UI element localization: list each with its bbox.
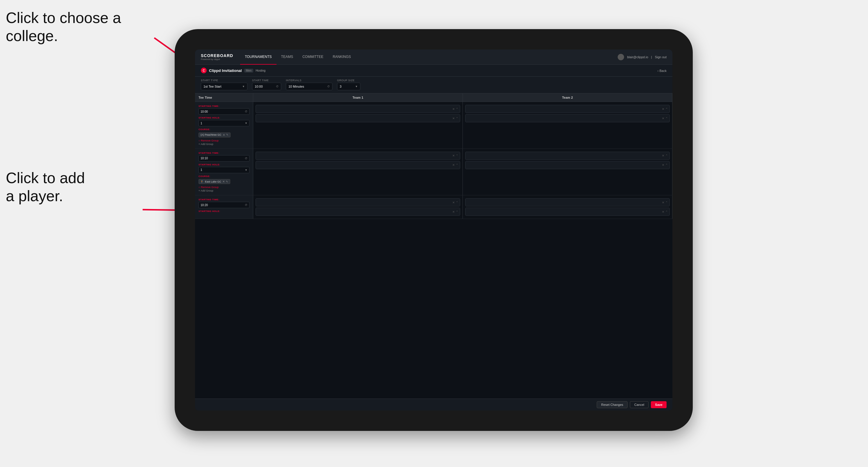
course-tag-2: 🏌 East Lake GC ✕ ✎ <box>198 179 230 184</box>
starting-time-input-1[interactable]: 10:00 ⏱ <box>198 108 249 115</box>
chevron-up-icon[interactable]: ⌃ <box>665 154 668 157</box>
chevron-down-icon-3: ▼ <box>245 122 247 125</box>
player-slot[interactable]: ✕ ⌃ <box>255 152 460 160</box>
chevron-up-icon[interactable]: ⌃ <box>456 107 458 111</box>
chevron-down-icon: ▼ <box>242 85 245 88</box>
chevron-up-icon[interactable]: ⌃ <box>665 201 668 204</box>
group-size-control: Group Size 3 ▼ <box>337 79 360 90</box>
tab-tournaments[interactable]: TOURNAMENTS <box>240 50 276 65</box>
close-icon[interactable]: ✕ <box>452 107 455 111</box>
course-label-2: Course: <box>198 175 249 178</box>
starting-time-label-3: Starting Time: <box>198 198 249 201</box>
chevron-up-icon[interactable]: ⌃ <box>665 117 668 120</box>
table-row: Starting Time: 10:20 ⏱ Starting Hole: ✕ … <box>195 195 672 219</box>
close-icon[interactable]: ✕ <box>662 117 664 120</box>
starting-time-input-3[interactable]: 10:20 ⏱ <box>198 202 249 208</box>
chevron-up-icon[interactable]: ⌃ <box>456 201 458 204</box>
start-type-label: Start Type <box>201 79 247 82</box>
player-slot[interactable]: ✕ ⌃ <box>255 105 460 113</box>
intervals-label: Intervals <box>286 79 333 82</box>
remove-group-btn-1[interactable]: ○ Remove Group <box>198 139 249 142</box>
add-group-btn-1[interactable]: + Add Group <box>198 143 249 146</box>
close-icon[interactable]: ✕ <box>662 107 664 111</box>
clock-icon-3: ⏱ <box>245 110 247 113</box>
start-type-select[interactable]: 1st Tee Start ▼ <box>201 83 247 90</box>
back-button[interactable]: ‹ Back <box>657 68 666 73</box>
start-time-select[interactable]: 10:00 ⏱ <box>252 83 281 90</box>
remove-course-icon-2[interactable]: ✕ <box>222 180 225 183</box>
player-slot[interactable]: ✕ ⌃ <box>465 161 670 169</box>
chevron-up-icon[interactable]: ⌃ <box>665 210 668 213</box>
controls-row: Start Type 1st Tee Start ▼ Start Time 10… <box>195 76 672 93</box>
player-slot[interactable]: ✕ ⌃ <box>255 198 460 207</box>
edit-icon-2[interactable]: ✎ <box>226 180 228 183</box>
player-slot[interactable]: ✕ ⌃ <box>465 105 670 113</box>
close-icon[interactable]: ✕ <box>452 117 455 120</box>
table-row: Starting Time: 10:10 ⏱ Starting Hole: 1 … <box>195 149 672 196</box>
close-icon[interactable]: ✕ <box>662 163 664 166</box>
close-icon[interactable]: ✕ <box>452 201 455 204</box>
tournament-badge: Men <box>244 69 253 72</box>
annotation-1: Click to choose a college. <box>6 9 121 45</box>
player-slot[interactable]: ✕ ⌃ <box>255 208 460 216</box>
tab-rankings[interactable]: RANKINGS <box>328 50 356 65</box>
start-time-control: Start Time 10:00 ⏱ <box>252 79 281 90</box>
col-team1: Team 1 <box>253 93 463 102</box>
starting-time-label-2: Starting Time: <box>198 152 249 154</box>
player-slot[interactable]: ✕ ⌃ <box>255 114 460 122</box>
chevron-up-icon[interactable]: ⌃ <box>456 117 458 120</box>
main-content[interactable]: Starting Time: 10:00 ⏱ Starting Hole: 1 … <box>195 102 672 399</box>
annotation-2: Click to add a player. <box>6 169 85 205</box>
remove-course-icon-1[interactable]: ✕ <box>223 133 225 136</box>
group-2-team2: ✕ ⌃ ✕ ⌃ <box>463 149 672 195</box>
table-header: Tee Time Team 1 Team 2 <box>195 93 672 102</box>
chevron-up-icon[interactable]: ⌃ <box>665 107 668 111</box>
edit-icon-1[interactable]: ✎ <box>226 133 228 136</box>
player-slot[interactable]: ✕ ⌃ <box>465 152 670 160</box>
chevron-up-icon[interactable]: ⌃ <box>456 163 458 166</box>
close-icon[interactable]: ✕ <box>662 201 664 204</box>
chevron-up-icon[interactable]: ⌃ <box>665 163 668 166</box>
close-icon[interactable]: ✕ <box>662 154 664 157</box>
clock-icon: ⏱ <box>276 85 279 88</box>
tournament-status: Hosting <box>255 69 266 72</box>
player-slot[interactable]: ✕ ⌃ <box>465 208 670 216</box>
tournament-title: Clippd Invitational <box>209 68 242 73</box>
player-slot[interactable]: ✕ ⌃ <box>465 198 670 207</box>
reset-changes-button[interactable]: Reset Changes <box>597 401 627 408</box>
logo-area: SCOREBOARD Powered by clippd <box>201 53 233 61</box>
group-1-team1: ✕ ⌃ ✕ ⌃ <box>253 102 463 149</box>
add-group-btn-2[interactable]: + Add Group <box>198 189 249 192</box>
tab-committee[interactable]: COMMITTEE <box>298 50 328 65</box>
start-time-label: Start Time <box>252 79 281 82</box>
remove-group-btn-2[interactable]: ○ Remove Group <box>198 186 249 189</box>
close-icon[interactable]: ✕ <box>452 154 455 157</box>
close-icon[interactable]: ✕ <box>662 210 664 213</box>
player-slot[interactable]: ✕ ⌃ <box>255 161 460 169</box>
starting-hole-input-1[interactable]: 1 ▼ <box>198 120 249 126</box>
tablet-device: SCOREBOARD Powered by clippd TOURNAMENTS… <box>175 29 693 431</box>
intervals-select[interactable]: 10 Minutes ⏱ <box>286 83 333 90</box>
player-slot[interactable]: ✕ ⌃ <box>465 114 670 122</box>
sub-header: C Clippd Invitational Men Hosting ‹ Back <box>195 65 672 76</box>
group-2-left: Starting Time: 10:10 ⏱ Starting Hole: 1 … <box>195 149 253 195</box>
chevron-up-icon[interactable]: ⌃ <box>456 154 458 157</box>
chevron-up-icon[interactable]: ⌃ <box>456 210 458 213</box>
close-icon[interactable]: ✕ <box>452 210 455 213</box>
group-size-select[interactable]: 3 ▼ <box>337 83 360 90</box>
group-3-team2: ✕ ⌃ ✕ ⌃ <box>463 195 672 219</box>
cancel-button[interactable]: Cancel <box>630 401 649 408</box>
tablet-screen: SCOREBOARD Powered by clippd TOURNAMENTS… <box>195 50 672 410</box>
starting-hole-label-1: Starting Hole: <box>198 117 249 119</box>
tab-teams[interactable]: TEAMS <box>277 50 298 65</box>
starting-hole-label-2: Starting Hole: <box>198 163 249 166</box>
sign-out-link[interactable]: Sign out <box>655 55 666 59</box>
starting-hole-input-2[interactable]: 1 ▼ <box>198 167 249 173</box>
starting-time-input-2[interactable]: 10:10 ⏱ <box>198 155 249 162</box>
close-icon[interactable]: ✕ <box>452 163 455 166</box>
top-navigation: SCOREBOARD Powered by clippd TOURNAMENTS… <box>195 50 672 65</box>
group-3-team1: ✕ ⌃ ✕ ⌃ <box>253 195 463 219</box>
save-button[interactable]: Save <box>651 401 666 408</box>
logo-title: SCOREBOARD <box>201 53 233 58</box>
clock-icon-2: ⏱ <box>327 85 330 88</box>
